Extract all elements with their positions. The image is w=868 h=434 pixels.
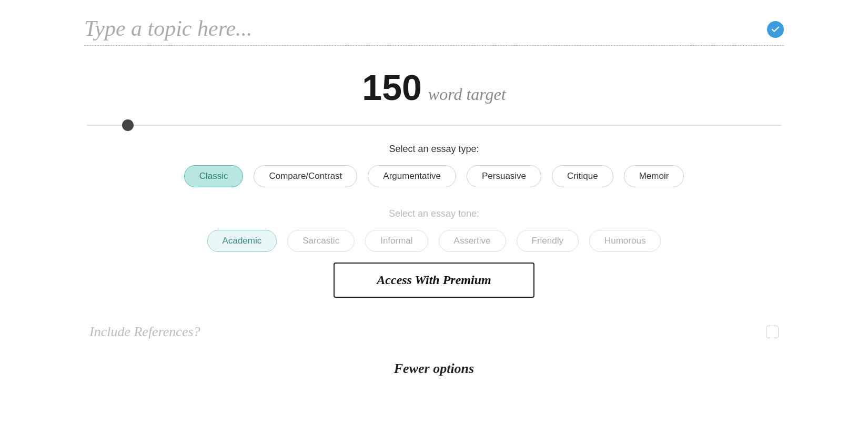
essay-type-buttons: Classic Compare/Contrast Argumentative P… bbox=[184, 165, 684, 187]
essay-tone-friendly[interactable]: Friendly bbox=[517, 230, 579, 252]
essay-tone-humorous[interactable]: Humorous bbox=[589, 230, 661, 252]
essay-type-compare-contrast[interactable]: Compare/Contrast bbox=[254, 165, 357, 187]
topic-section bbox=[84, 16, 784, 46]
references-section: Include References? bbox=[84, 324, 784, 340]
essay-type-classic[interactable]: Classic bbox=[184, 165, 244, 187]
fewer-options-button[interactable]: Fewer options bbox=[394, 361, 474, 377]
references-checkbox[interactable] bbox=[766, 326, 779, 338]
essay-type-persuasive[interactable]: Persuasive bbox=[467, 165, 541, 187]
word-target-section: 150 word target bbox=[84, 67, 784, 128]
essay-tone-academic[interactable]: Academic bbox=[207, 230, 277, 252]
word-count-label: word target bbox=[428, 85, 506, 104]
premium-button[interactable]: Access With Premium bbox=[334, 263, 534, 298]
essay-type-critique[interactable]: Critique bbox=[552, 165, 613, 187]
essay-tone-label: Select an essay tone: bbox=[389, 208, 479, 219]
word-count-display: 150 word target bbox=[362, 67, 506, 108]
word-count-number: 150 bbox=[362, 67, 421, 108]
essay-type-label: Select an essay type: bbox=[389, 144, 479, 155]
essay-tone-buttons: Academic Sarcastic Informal Assertive Fr… bbox=[207, 230, 661, 252]
references-label: Include References? bbox=[89, 324, 200, 340]
essay-type-section: Select an essay type: Classic Compare/Co… bbox=[84, 144, 784, 187]
topic-input[interactable] bbox=[84, 16, 784, 46]
essay-type-argumentative[interactable]: Argumentative bbox=[368, 165, 456, 187]
essay-type-memoir[interactable]: Memoir bbox=[624, 165, 684, 187]
slider-container bbox=[84, 118, 784, 128]
essay-tone-sarcastic[interactable]: Sarcastic bbox=[287, 230, 355, 252]
confirm-button[interactable] bbox=[767, 21, 784, 38]
essay-tone-informal[interactable]: Informal bbox=[365, 230, 428, 252]
essay-tone-assertive[interactable]: Assertive bbox=[439, 230, 506, 252]
word-count-slider[interactable] bbox=[87, 125, 781, 126]
essay-tone-section: Select an essay tone: Academic Sarcastic… bbox=[84, 208, 784, 314]
